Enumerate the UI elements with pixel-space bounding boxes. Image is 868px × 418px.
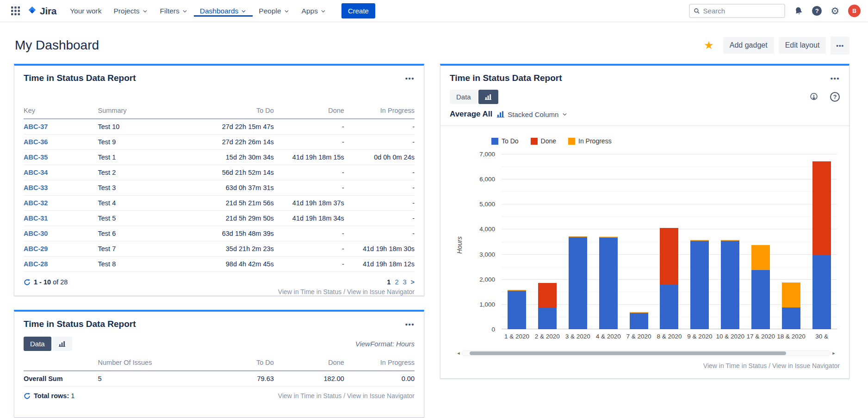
nav-item-filters[interactable]: Filters — [154, 6, 194, 17]
issue-key-link[interactable]: ABC-34 — [24, 169, 48, 176]
issue-summary: Test 1 — [98, 150, 180, 165]
chart-help-icon[interactable]: ? — [830, 92, 840, 102]
issue-key-link[interactable]: ABC-30 — [24, 230, 48, 237]
settings-gear-icon[interactable]: ⚙ — [831, 6, 839, 16]
bar-segment-in-progress — [751, 245, 770, 270]
issue-key-link[interactable]: ABC-35 — [24, 154, 48, 161]
issue-in-progress: 0d 0h 0m 24s — [344, 150, 415, 165]
bar-17-2020 — [745, 154, 776, 329]
legend-item-done: Done — [531, 137, 556, 145]
nav-item-projects[interactable]: Projects — [108, 6, 154, 17]
edit-layout-button[interactable]: Edit layout — [779, 37, 826, 54]
data-view-tab[interactable]: Data — [450, 90, 477, 104]
bar-segment-done — [538, 283, 557, 308]
issue-done: - — [274, 180, 344, 196]
y-tick-label: 5,000 — [479, 201, 495, 208]
search-input[interactable] — [703, 7, 781, 15]
view-link-view-in-time-in-status[interactable]: View in Time in Status — [703, 362, 767, 369]
issue-in-progress: - — [344, 180, 415, 196]
view-link-view-in-issue-navigator[interactable]: View in Issue Navigator — [347, 288, 415, 295]
page-link-3[interactable]: 3 — [403, 278, 406, 286]
view-link-view-in-time-in-status[interactable]: View in Time in Status — [278, 288, 341, 295]
bar-9-2020 — [684, 154, 715, 329]
gadget-menu-icon[interactable]: ••• — [405, 320, 415, 328]
bar-segment-to-do — [508, 291, 526, 329]
gadget-menu-icon[interactable]: ••• — [831, 74, 840, 82]
issue-done: - — [274, 119, 344, 135]
next-page-link[interactable]: > — [411, 278, 415, 286]
issue-in-progress: 41d 19h 18m 30s — [344, 241, 415, 257]
issue-key-link[interactable]: ABC-31 — [24, 215, 48, 222]
view-link-view-in-issue-navigator[interactable]: View in Issue Navigator — [772, 362, 840, 369]
scroll-left-arrow[interactable]: ◄ — [455, 351, 462, 356]
issue-key-link[interactable]: ABC-36 — [24, 138, 48, 146]
column-header-in-progress: In Progress — [344, 104, 415, 119]
chart-type-dropdown[interactable]: Stacked Column — [497, 111, 568, 118]
table-row: ABC-31Test 521d 5h 29m 50s41d 19h 18m 34… — [24, 211, 415, 226]
table-row: ABC-35Test 115d 2h 30m 34s41d 19h 18m 15… — [24, 150, 415, 165]
x-axis-label: 9 & 2020 — [684, 333, 715, 340]
scrollbar-thumb[interactable] — [470, 351, 786, 355]
app-switcher-icon[interactable] — [7, 0, 23, 22]
chevron-down-icon — [142, 8, 148, 14]
x-axis-label: 17 & 2020 — [745, 333, 776, 340]
dashboard-header: My Dashboard ★ Add gadget Edit layout ••… — [0, 22, 868, 64]
view-link-view-in-time-in-status[interactable]: View in Time in Status — [278, 392, 341, 400]
summary-done: 182.00 — [274, 371, 344, 387]
help-icon[interactable]: ? — [812, 6, 822, 16]
notifications-bell-icon[interactable] — [793, 6, 804, 17]
chart-view-tab[interactable] — [478, 90, 498, 104]
page-link-2[interactable]: 2 — [395, 278, 398, 286]
issue-key-link[interactable]: ABC-28 — [24, 260, 48, 268]
issue-key-link[interactable]: ABC-37 — [24, 123, 48, 130]
x-axis-label: 3 & 2020 — [563, 333, 593, 340]
nav-item-dashboards[interactable]: Dashboards — [194, 6, 253, 17]
issue-todo: 21d 5h 29m 50s — [180, 211, 274, 226]
bar-3-2020 — [563, 154, 593, 329]
column-header-key: Key — [24, 104, 98, 119]
summary-table: Number Of IssuesTo DoDoneIn Progress Ove… — [24, 356, 415, 387]
page-current: 1 — [387, 278, 391, 286]
bar-segment-done — [812, 161, 831, 255]
nav-item-apps[interactable]: Apps — [296, 6, 332, 17]
group-by-label: Average All — [450, 110, 492, 119]
issue-done: 41d 19h 18m 37s — [274, 196, 344, 211]
nav-item-people[interactable]: People — [253, 6, 295, 17]
x-axis-label: 2 & 2020 — [532, 333, 563, 340]
add-gadget-button[interactable]: Add gadget — [723, 37, 774, 54]
create-button[interactable]: Create — [341, 3, 375, 18]
issue-in-progress: - — [344, 211, 415, 226]
chart-view-tab[interactable] — [52, 337, 72, 351]
scrollbar-track[interactable] — [462, 350, 831, 356]
nav-item-your-work[interactable]: Your work — [64, 6, 107, 17]
summary-row: Overall Sum 5 79.63 182.00 0.00 — [24, 371, 415, 387]
y-tick-label: 3,000 — [479, 251, 495, 258]
user-avatar[interactable]: B — [848, 5, 861, 17]
search-box[interactable] — [689, 4, 785, 18]
view-link-view-in-issue-navigator[interactable]: View in Issue Navigator — [347, 392, 415, 400]
issue-key-link[interactable]: ABC-32 — [24, 199, 48, 207]
column-header-done: Done — [274, 104, 344, 119]
favorite-star-icon[interactable]: ★ — [704, 40, 714, 51]
jira-logo[interactable]: Jira — [26, 6, 61, 17]
issue-summary: Test 4 — [98, 196, 180, 211]
table-row: ABC-34Test 256d 21h 52m 14s-- — [24, 165, 415, 180]
table-row: ABC-30Test 663d 15h 48m 39s-- — [24, 226, 415, 241]
chevron-down-icon — [562, 111, 568, 117]
dashboard-more-button[interactable]: ••• — [831, 37, 849, 55]
data-view-tab[interactable]: Data — [24, 337, 51, 351]
scroll-right-arrow[interactable]: ► — [831, 351, 837, 356]
x-axis-label: 1 & 2020 — [502, 333, 532, 340]
bar-segment-to-do — [721, 241, 739, 329]
refresh-icon[interactable] — [24, 393, 31, 400]
column-header-blank — [24, 356, 98, 371]
summary-todo: 79.63 — [180, 371, 274, 387]
issue-key-link[interactable]: ABC-29 — [24, 245, 48, 252]
issue-key-link[interactable]: ABC-33 — [24, 184, 48, 191]
download-chart-icon[interactable] — [809, 92, 819, 102]
bar-segment-to-do — [538, 308, 557, 329]
gadget-menu-icon[interactable]: ••• — [405, 74, 415, 82]
refresh-icon[interactable] — [24, 279, 31, 286]
issue-summary: Test 9 — [98, 135, 180, 150]
grid-icon — [11, 6, 20, 15]
